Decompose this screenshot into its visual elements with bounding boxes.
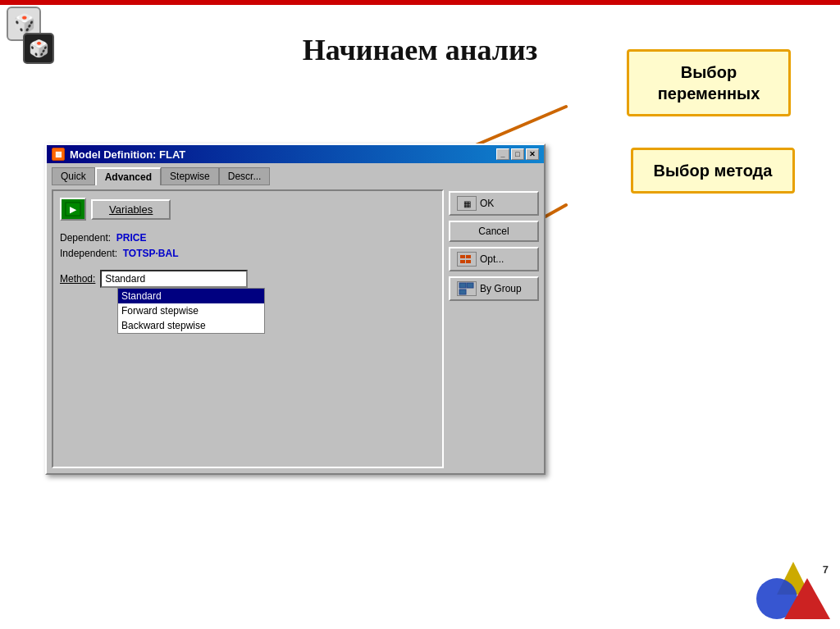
- dropdown-item-forward[interactable]: Forward stepwise: [118, 303, 264, 318]
- decor-number: 7: [823, 563, 829, 576]
- variables-icon: ▶: [60, 198, 86, 221]
- right-panel: ▦ OK Cancel Opt...: [449, 189, 539, 468]
- bygroup-icon: [457, 281, 477, 296]
- red-line: [0, 0, 840, 5]
- options-icon: [457, 252, 477, 267]
- dropdown-item-standard[interactable]: Standard: [118, 289, 264, 303]
- tab-descr[interactable]: Descr...: [219, 167, 271, 185]
- dependent-value: PRICE: [116, 232, 147, 244]
- dropdown-list: Standard Forward stepwise Backward stepw…: [117, 288, 265, 334]
- callout-method-text: Выбор метода: [654, 162, 773, 180]
- method-select[interactable]: Standard Forward stepwise Backward stepw…: [100, 270, 248, 288]
- shape-red: [784, 578, 830, 619]
- ok-button[interactable]: ▦ OK: [449, 191, 539, 216]
- svg-rect-6: [460, 255, 465, 258]
- svg-rect-11: [467, 283, 473, 288]
- ok-label: OK: [480, 198, 494, 209]
- variables-button[interactable]: ▶ Variables: [60, 198, 436, 221]
- callout-variables: Выборпеременных: [627, 49, 791, 116]
- svg-rect-9: [466, 260, 471, 263]
- dialog-body: ▶ Variables Dependent: PRICE Independent…: [47, 185, 544, 473]
- svg-text:▶: ▶: [70, 205, 77, 214]
- dialog-title-text: Model Definition: FLAT: [70, 148, 185, 161]
- independent-value: TOTSP·BAL: [123, 248, 179, 259]
- independent-label: Independent:: [60, 248, 117, 259]
- callout-method: Выбор метода: [631, 148, 795, 194]
- method-select-wrapper: Standard Forward stepwise Backward stepw…: [100, 270, 248, 288]
- decor-shapes: 7: [756, 562, 830, 619]
- titlebar-controls: _ □ ✕: [496, 148, 539, 160]
- dropdown-item-backward[interactable]: Backward stepwise: [118, 318, 264, 333]
- callout-variables-text: Выборпеременных: [658, 63, 760, 103]
- tabs-area: Quick Advanced Stepwise Descr...: [47, 163, 544, 185]
- field-info: Dependent: PRICE Independent: TOTSP·BAL: [60, 230, 436, 262]
- method-label: Method:: [60, 273, 95, 285]
- dependent-label: Dependent:: [60, 232, 111, 244]
- svg-rect-8: [460, 260, 465, 263]
- svg-rect-12: [459, 289, 466, 294]
- variables-label-text: Variables: [109, 203, 153, 216]
- close-button[interactable]: ✕: [526, 148, 539, 160]
- options-button[interactable]: Opt...: [449, 247, 539, 271]
- maximize-button[interactable]: □: [511, 148, 524, 160]
- tab-advanced[interactable]: Advanced: [95, 167, 161, 185]
- tab-quick[interactable]: Quick: [52, 167, 95, 185]
- dialog-titlebar: ▦ Model Definition: FLAT _ □ ✕: [47, 145, 544, 163]
- variables-label[interactable]: Variables: [91, 199, 171, 220]
- cancel-button[interactable]: Cancel: [449, 221, 539, 242]
- svg-rect-10: [459, 283, 466, 288]
- dialog-model-definition: ▦ Model Definition: FLAT _ □ ✕ Quick Adv…: [45, 144, 546, 475]
- svg-rect-7: [466, 255, 471, 258]
- minimize-button[interactable]: _: [496, 148, 509, 160]
- bottom-right-decor: 7: [756, 562, 830, 619]
- by-group-button[interactable]: By Group: [449, 276, 539, 301]
- by-group-label: By Group: [480, 283, 522, 294]
- tab-stepwise[interactable]: Stepwise: [161, 167, 219, 185]
- method-row: Method: Standard Forward stepwise Backwa…: [60, 270, 436, 288]
- ok-icon: ▦: [457, 196, 477, 211]
- independent-row: Independent: TOTSP·BAL: [60, 246, 436, 262]
- dependent-row: Dependent: PRICE: [60, 230, 436, 246]
- options-label: Opt...: [480, 253, 504, 265]
- left-panel: ▶ Variables Dependent: PRICE Independent…: [52, 189, 444, 468]
- cancel-label: Cancel: [478, 226, 509, 237]
- dialog-title-icon: ▦: [52, 148, 65, 161]
